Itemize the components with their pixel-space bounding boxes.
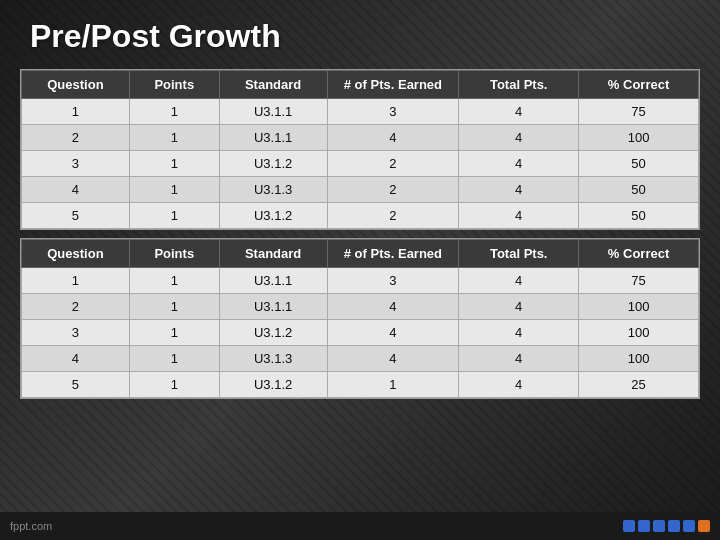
table-row: 11U3.1.13475 <box>22 99 699 125</box>
table-cell: 2 <box>327 177 459 203</box>
table-cell: 4 <box>459 294 579 320</box>
dot-2 <box>638 520 650 532</box>
table-cell: 2 <box>22 294 130 320</box>
table-cell: 1 <box>129 99 219 125</box>
table-cell: 1 <box>22 268 130 294</box>
table-cell: 4 <box>327 125 459 151</box>
table-cell: 4 <box>459 372 579 398</box>
table1-header-row: Question Points Standard # of Pts. Earne… <box>22 71 699 99</box>
dot-1 <box>623 520 635 532</box>
table-cell: 1 <box>129 125 219 151</box>
t1-header-points: Points <box>129 71 219 99</box>
table-cell: 4 <box>459 346 579 372</box>
t2-header-standard: Standard <box>219 240 327 268</box>
table-cell: 50 <box>579 151 699 177</box>
table-cell: 4 <box>459 268 579 294</box>
table-cell: U3.1.1 <box>219 294 327 320</box>
table-row: 31U3.1.22450 <box>22 151 699 177</box>
dot-4 <box>668 520 680 532</box>
table-cell: 4 <box>459 125 579 151</box>
table-row: 51U3.1.21425 <box>22 372 699 398</box>
table-cell: 50 <box>579 177 699 203</box>
table-cell: 3 <box>22 151 130 177</box>
table2: Question Points Standard # of Pts. Earne… <box>20 238 700 399</box>
table-row: 41U3.1.32450 <box>22 177 699 203</box>
t1-header-total: Total Pts. <box>459 71 579 99</box>
site-label: fppt.com <box>10 520 52 532</box>
table-cell: 4 <box>22 346 130 372</box>
table-row: 51U3.1.22450 <box>22 203 699 229</box>
table-cell: U3.1.2 <box>219 203 327 229</box>
table-cell: 4 <box>459 203 579 229</box>
table-cell: U3.1.3 <box>219 177 327 203</box>
table-cell: U3.1.1 <box>219 268 327 294</box>
table-row: 31U3.1.244100 <box>22 320 699 346</box>
page-title: Pre/Post Growth <box>30 18 700 55</box>
table-cell: 1 <box>129 294 219 320</box>
table-cell: 3 <box>22 320 130 346</box>
table-cell: 3 <box>327 99 459 125</box>
table-cell: U3.1.2 <box>219 151 327 177</box>
table-cell: 1 <box>129 151 219 177</box>
t2-header-total: Total Pts. <box>459 240 579 268</box>
t1-header-question: Question <box>22 71 130 99</box>
t2-header-points: Points <box>129 240 219 268</box>
t1-header-pct: % Correct <box>579 71 699 99</box>
table-cell: 5 <box>22 203 130 229</box>
table-cell: 4 <box>459 151 579 177</box>
table-row: 21U3.1.144100 <box>22 294 699 320</box>
table-row: 21U3.1.144100 <box>22 125 699 151</box>
t2-header-question: Question <box>22 240 130 268</box>
table-cell: 100 <box>579 294 699 320</box>
dot-3 <box>653 520 665 532</box>
table-cell: 2 <box>327 203 459 229</box>
table-cell: U3.1.1 <box>219 99 327 125</box>
table-cell: U3.1.2 <box>219 320 327 346</box>
table-cell: U3.1.3 <box>219 346 327 372</box>
table-cell: 2 <box>22 125 130 151</box>
table-cell: 75 <box>579 99 699 125</box>
table-cell: 2 <box>327 151 459 177</box>
table-cell: 1 <box>129 346 219 372</box>
table-cell: 1 <box>129 372 219 398</box>
table-cell: 4 <box>22 177 130 203</box>
table-row: 11U3.1.13475 <box>22 268 699 294</box>
dots-container <box>623 520 710 532</box>
table-cell: 25 <box>579 372 699 398</box>
table1: Question Points Standard # of Pts. Earne… <box>20 69 700 230</box>
table-cell: 75 <box>579 268 699 294</box>
table2-header-row: Question Points Standard # of Pts. Earne… <box>22 240 699 268</box>
t2-header-pts-earned: # of Pts. Earned <box>327 240 459 268</box>
table-cell: 50 <box>579 203 699 229</box>
dot-6 <box>698 520 710 532</box>
table-row: 41U3.1.344100 <box>22 346 699 372</box>
table-cell: 1 <box>327 372 459 398</box>
t1-header-standard: Standard <box>219 71 327 99</box>
table-cell: 4 <box>327 346 459 372</box>
table-cell: 1 <box>22 99 130 125</box>
t2-header-pct: % Correct <box>579 240 699 268</box>
table-cell: 1 <box>129 320 219 346</box>
table-cell: 4 <box>327 320 459 346</box>
table-cell: 5 <box>22 372 130 398</box>
dot-5 <box>683 520 695 532</box>
table-cell: 4 <box>459 99 579 125</box>
table-cell: 4 <box>327 294 459 320</box>
table-cell: 3 <box>327 268 459 294</box>
table-cell: 1 <box>129 203 219 229</box>
table-cell: 1 <box>129 177 219 203</box>
table-cell: 4 <box>459 177 579 203</box>
t1-header-pts-earned: # of Pts. Earned <box>327 71 459 99</box>
bottom-bar: fppt.com <box>0 512 720 540</box>
table-cell: 4 <box>459 320 579 346</box>
table-cell: 100 <box>579 320 699 346</box>
table-cell: U3.1.1 <box>219 125 327 151</box>
table-cell: 100 <box>579 125 699 151</box>
table-cell: 1 <box>129 268 219 294</box>
table-cell: 100 <box>579 346 699 372</box>
table-cell: U3.1.2 <box>219 372 327 398</box>
